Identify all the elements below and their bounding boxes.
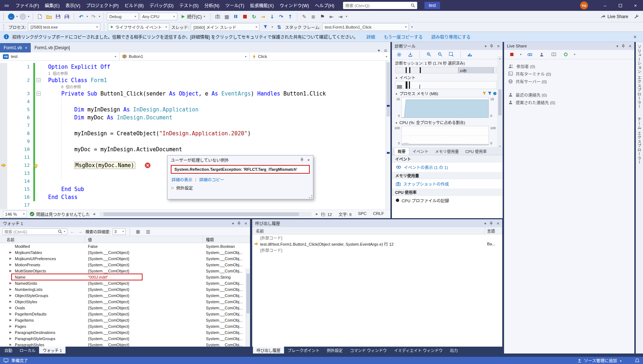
redo-icon[interactable]: ↷: [89, 13, 97, 21]
scroll-right-icon[interactable]: ▶: [316, 212, 318, 216]
resize-grip[interactable]: [309, 195, 312, 198]
watch-scrollbar[interactable]: [246, 268, 250, 347]
show-next-statement-icon[interactable]: →: [259, 13, 267, 21]
fold-margin[interactable]: [35, 185, 43, 193]
indent-increase-icon[interactable]: ⇥: [337, 13, 344, 21]
thread-dropdown[interactable]: [3560] メイン スレッド▾: [191, 23, 259, 31]
fold-margin[interactable]: −: [35, 90, 43, 98]
forward-icon[interactable]: →: [20, 13, 26, 20]
lifecycle-events-dropdown[interactable]: ライフサイクル イベント▾: [108, 23, 169, 31]
expander-icon[interactable]: ▶: [9, 282, 13, 285]
watch-row[interactable]: ▶NamedGrids{System.__ComObject}System.__…: [0, 280, 250, 286]
stack-frame-row[interactable]: test.dll!test.Form1.Button1_Click(Object…: [252, 241, 502, 247]
codelens-references[interactable]: 1 個の参照: [43, 71, 385, 76]
dropdown-caret-icon[interactable]: ▾: [411, 25, 413, 29]
memory-section-header[interactable]: ▲プロセス メモリ (MB): [392, 90, 503, 96]
project-dropdown[interactable]: VB test ▾: [0, 52, 119, 60]
breakpoint-margin[interactable]: [0, 114, 7, 122]
screenshot-icon[interactable]: ▦: [223, 13, 231, 21]
watch-row[interactable]: ▶ObjectStyles{System.__ComObject}System.…: [0, 299, 250, 305]
close-icon[interactable]: ×: [497, 43, 500, 49]
live-share-item[interactable]: 参加者 (0): [504, 62, 634, 70]
filter-icon[interactable]: [488, 92, 492, 96]
fold-margin[interactable]: [35, 63, 43, 71]
expander-icon[interactable]: ▶: [9, 269, 13, 272]
menu-ビルド(B)[interactable]: ビルド(B): [122, 0, 147, 11]
filter-threads-icon[interactable]: [261, 23, 269, 31]
diagnostics-scrollbar[interactable]: ▲▼: [498, 56, 502, 148]
watch-row[interactable]: ▶MojikumiTables{System.__ComObject}Syste…: [0, 249, 250, 255]
stack-frame-dropdown[interactable]: test.Form1.Button1_Click▾: [322, 23, 409, 31]
bottom-window-tab-1[interactable]: ブレークポイント: [284, 347, 323, 354]
pin-icon[interactable]: [237, 221, 241, 225]
watch-row[interactable]: ▶ParagraphStyles{System.__ComObject}Syst…: [0, 342, 250, 347]
dropdown-caret-icon[interactable]: ▾: [28, 15, 30, 18]
watch-row[interactable]: ▶ParagraphStyleGroups{System.__ComObject…: [0, 335, 250, 342]
close-icon[interactable]: ×: [496, 221, 499, 226]
diagnostics-tab-1[interactable]: イベント: [409, 147, 432, 155]
stop-debug-icon[interactable]: [241, 13, 249, 21]
code-health-indicator[interactable]: 問題は見つかりませんでした: [30, 211, 90, 217]
spaces-indicator[interactable]: SPC: [358, 211, 367, 217]
configuration-dropdown[interactable]: Debug▾: [107, 13, 139, 20]
watch-row[interactable]: ▶MultiStateObjects{System.__ComObject}Sy…: [0, 268, 250, 274]
pin-icon[interactable]: [490, 44, 494, 48]
expander-icon[interactable]: ▶: [9, 251, 13, 254]
restart-icon[interactable]: ↻: [250, 13, 258, 21]
watch-row[interactable]: ▶ParagraphDestinations{System.__ComObjec…: [0, 329, 250, 335]
expander-icon[interactable]: ▶: [9, 325, 13, 328]
process-snapshot-icon[interactable]: [214, 13, 222, 21]
bookmark-icon[interactable]: ⚑: [318, 13, 326, 21]
window-layout-icon[interactable]: ⊡: [384, 49, 387, 52]
menu-拡張機能(X)[interactable]: 拡張機能(X): [247, 0, 277, 11]
watch-row[interactable]: ▶MojikumiUIPreferences{System.__ComObjec…: [0, 255, 250, 262]
diagnostics-tab-0[interactable]: 概要: [394, 147, 409, 155]
back-icon[interactable]: ←: [8, 13, 14, 20]
breakpoint-margin[interactable]: [0, 106, 7, 114]
feedback-icon[interactable]: [632, 13, 640, 21]
step-out-icon[interactable]: ↑: [286, 13, 294, 21]
dropdown-caret-icon[interactable]: ▾: [271, 25, 273, 29]
dropdown-caret-icon[interactable]: ▾: [574, 53, 576, 56]
process-dropdown[interactable]: [2580] test.exe▾: [28, 23, 100, 31]
zoom-out-icon[interactable]: [436, 51, 444, 59]
menu-編集(E)[interactable]: 編集(E): [42, 0, 63, 11]
menu-プロジェクト(P)[interactable]: プロジェクト(P): [83, 0, 122, 11]
fold-margin[interactable]: [35, 98, 43, 106]
break-all-icon[interactable]: [232, 13, 240, 21]
infobar-link-2[interactable]: 読み取り専用にする: [431, 34, 470, 40]
invite-participant-icon[interactable]: [538, 51, 546, 59]
search-prev-icon[interactable]: ←: [69, 229, 75, 234]
notifications-bell-icon[interactable]: [635, 358, 639, 363]
breakpoint-margin[interactable]: [0, 145, 7, 153]
close-button[interactable]: ×: [628, 0, 643, 11]
expander-icon[interactable]: ▶: [9, 294, 13, 297]
column-header-1[interactable]: 値: [85, 236, 203, 243]
dropdown-caret-icon[interactable]: ▾: [520, 53, 522, 56]
dropdown-caret-icon[interactable]: ▾: [86, 15, 88, 18]
close-icon[interactable]: ×: [244, 221, 247, 226]
bottom-window-tab-0[interactable]: 呼び出し履歴: [253, 347, 284, 354]
breakpoint-margin[interactable]: [0, 177, 7, 185]
watch-row[interactable]: ▶Pages{System.__ComObject}System.__ComOb…: [0, 323, 250, 329]
code-text[interactable]: [43, 201, 385, 209]
fold-margin[interactable]: [35, 145, 43, 153]
fold-toggle-icon[interactable]: −: [37, 78, 41, 82]
scroll-left-icon[interactable]: ◀: [93, 212, 95, 216]
menu-ウィンドウ(W)[interactable]: ウィンドウ(W): [277, 0, 312, 11]
dropdown-caret-icon[interactable]: ▾: [346, 15, 348, 18]
breakpoint-margin[interactable]: [0, 76, 7, 84]
zoom-dropdown[interactable]: 146 % ▾: [3, 211, 27, 217]
summary-item[interactable]: イベントの表示 (1 の 1): [392, 162, 503, 172]
watch-row[interactable]: ▶Ovals{System.__ComObject}System.__ComOb…: [0, 305, 250, 311]
bottom-window-tab-3[interactable]: コマンド ウィンドウ: [346, 347, 390, 354]
column-header-2[interactable]: 種類: [203, 236, 250, 243]
session-status-icon[interactable]: [562, 51, 570, 59]
watch-row[interactable]: ▶MotionPresets{System.__ComObject}System…: [0, 262, 250, 268]
new-project-icon[interactable]: [36, 13, 44, 21]
fold-margin[interactable]: [35, 201, 43, 209]
document-tab[interactable]: Form1.vb [Design]: [31, 43, 73, 52]
undo-icon[interactable]: ↶: [77, 13, 85, 21]
watch-format-icon[interactable]: ▦: [134, 228, 142, 236]
expander-icon[interactable]: ▶: [9, 306, 13, 309]
